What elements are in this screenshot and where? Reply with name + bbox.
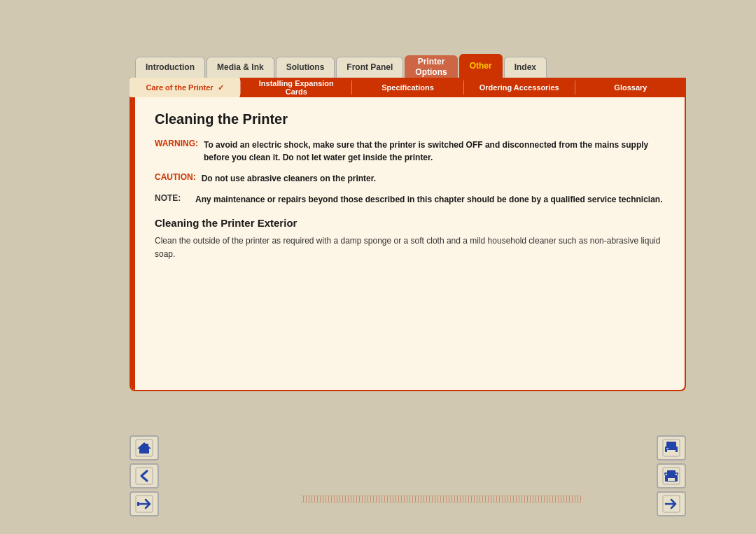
note-block: NOTE: Any maintenance or repairs beyond … [155,193,668,206]
subtab-glossary[interactable]: Glossary [575,78,686,97]
subtab-ordering-accessories[interactable]: Ordering Accessories [464,78,575,97]
warning-label: WARNING: [155,139,198,164]
print-button[interactable] [657,435,686,461]
forward-left-button[interactable] [130,491,159,517]
tab-front-panel[interactable]: Front Panel [336,57,403,78]
main-content: Cleaning the Printer WARNING: To avoid a… [130,97,686,391]
page-title: Cleaning the Printer [155,111,668,127]
svg-rect-12 [666,448,668,449]
nav-buttons-left [130,435,159,517]
caution-label: CAUTION: [155,172,196,185]
note-text: Any maintenance or repairs beyond those … [195,193,663,206]
home-button[interactable] [130,435,159,461]
back-button[interactable] [130,463,159,489]
bottom-navigation [130,435,686,517]
printer-button[interactable] [657,463,686,489]
tab-solutions[interactable]: Solutions [276,57,335,78]
section2-text: Clean the outside of the printer as requ… [155,234,668,261]
subtab-specifications[interactable]: Specifications [352,78,463,97]
tab-printer-options[interactable]: PrinterOptions [405,55,457,78]
warning-block: WARNING: To avoid an electric shock, mak… [155,139,668,164]
svg-rect-5 [141,475,143,477]
caution-text: Do not use abrasive cleaners on the prin… [202,172,376,185]
section2-title: Cleaning the Printer Exterior [155,217,668,229]
svg-rect-3 [146,444,148,447]
tab-other[interactable]: Other [459,54,503,78]
tab-media-ink[interactable]: Media & Ink [206,57,274,78]
warning-text: To avoid an electric shock, make sure th… [204,139,668,164]
note-label: NOTE: [155,193,190,206]
caution-block: CAUTION: Do not use abrasive cleaners on… [155,172,668,185]
nav-buttons-right [657,435,686,517]
decorative-strip [301,494,581,504]
tab-introduction[interactable]: Introduction [135,57,205,78]
svg-rect-2 [142,450,146,454]
forward-right-button[interactable] [657,491,686,517]
subtab-care-of-printer[interactable]: Care of the Printer ✓ [130,78,240,97]
subtab-installing-expansion[interactable]: Installing ExpansionCards [241,78,351,97]
svg-rect-16 [668,478,675,481]
svg-rect-4 [136,468,153,484]
subtab-row: Care of the Printer ✓ Installing Expansi… [130,78,686,97]
tab-index[interactable]: Index [504,57,547,78]
svg-rect-11 [667,450,676,454]
left-accent-bar [131,97,135,390]
tab-row: Introduction Media & Ink Solutions Front… [130,52,686,78]
svg-rect-7 [137,502,139,506]
